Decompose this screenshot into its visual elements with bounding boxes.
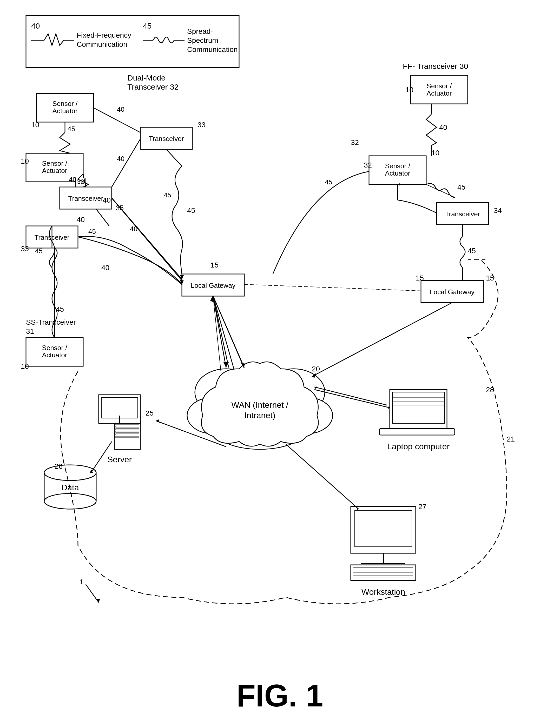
svg-line-94 xyxy=(213,296,234,369)
svg-text:Actuator: Actuator xyxy=(42,351,67,359)
svg-text:SS-Transceiver: SS-Transceiver xyxy=(26,318,76,326)
svg-text:10: 10 xyxy=(31,121,39,129)
svg-text:20: 20 xyxy=(312,365,320,373)
svg-line-163 xyxy=(213,296,229,367)
svg-text:Sensor /: Sensor / xyxy=(427,82,452,90)
svg-text:Communication: Communication xyxy=(77,40,127,48)
svg-line-78 xyxy=(166,149,182,166)
svg-text:10: 10 xyxy=(405,86,413,94)
svg-text:Server: Server xyxy=(107,455,132,464)
svg-text:40: 40 xyxy=(439,123,447,131)
svg-text:32: 32 xyxy=(364,161,372,169)
svg-text:10: 10 xyxy=(21,157,29,165)
svg-point-122 xyxy=(44,465,96,480)
svg-line-177 xyxy=(244,285,421,291)
svg-text:Fixed-Frequency: Fixed-Frequency xyxy=(77,31,131,39)
svg-text:Transceiver: Transceiver xyxy=(445,210,480,218)
svg-text:33: 33 xyxy=(21,245,29,253)
svg-text:Spectrum: Spectrum xyxy=(187,36,218,44)
svg-text:45: 45 xyxy=(35,247,43,255)
svg-text:45: 45 xyxy=(143,22,151,30)
svg-rect-137 xyxy=(355,510,412,547)
svg-rect-129 xyxy=(392,392,444,423)
svg-rect-133 xyxy=(379,428,455,435)
svg-text:Sensor /: Sensor / xyxy=(52,100,78,108)
svg-text:Sensor /: Sensor / xyxy=(385,162,411,170)
svg-text:40: 40 xyxy=(117,105,124,113)
svg-text:Transceiver: Transceiver xyxy=(149,135,184,143)
svg-text:Laptop computer: Laptop computer xyxy=(387,442,450,451)
svg-text:Transceiver 32: Transceiver 32 xyxy=(127,83,179,91)
svg-text:Actuator: Actuator xyxy=(427,89,452,97)
svg-text:Intranet): Intranet) xyxy=(244,410,275,420)
svg-text:FIG. 1: FIG. 1 xyxy=(236,678,323,713)
svg-text:WAN (Internet /: WAN (Internet / xyxy=(231,400,288,409)
svg-text:40: 40 xyxy=(69,176,76,183)
svg-text:45: 45 xyxy=(187,207,195,215)
svg-text:45: 45 xyxy=(325,178,332,186)
svg-text:Communication: Communication xyxy=(187,45,238,54)
svg-text:34: 34 xyxy=(494,207,502,215)
svg-text:40: 40 xyxy=(101,264,109,272)
svg-rect-118 xyxy=(101,397,138,418)
svg-text:Transceiver: Transceiver xyxy=(68,195,103,202)
svg-text:40: 40 xyxy=(31,22,40,30)
svg-text:1: 1 xyxy=(79,578,83,586)
diagram: 40 45 Fixed-Frequency Communication Spre… xyxy=(0,0,560,728)
svg-text:FF- Transceiver 30: FF- Transceiver 30 xyxy=(403,62,468,70)
svg-text:45: 45 xyxy=(164,191,171,199)
svg-text:21: 21 xyxy=(507,435,515,443)
svg-text:Workstation: Workstation xyxy=(361,587,405,597)
svg-text:Local Gateway: Local Gateway xyxy=(430,288,475,296)
svg-text:15: 15 xyxy=(416,274,424,282)
svg-text:Spread-: Spread- xyxy=(187,27,213,35)
svg-point-123 xyxy=(44,493,96,509)
svg-line-151 xyxy=(312,303,452,376)
svg-text:45: 45 xyxy=(457,183,465,191)
svg-text:10: 10 xyxy=(21,362,29,370)
svg-text:15: 15 xyxy=(210,261,219,269)
svg-text:Local Gateway: Local Gateway xyxy=(191,282,235,289)
svg-text:Sensor /: Sensor / xyxy=(42,344,68,352)
svg-text:Actuator: Actuator xyxy=(42,167,67,175)
svg-text:Actuator: Actuator xyxy=(385,169,410,177)
svg-text:32: 32 xyxy=(351,138,359,147)
svg-line-161 xyxy=(314,387,387,405)
svg-text:10: 10 xyxy=(431,149,439,157)
svg-text:Data: Data xyxy=(61,483,79,492)
svg-text:26: 26 xyxy=(55,462,63,470)
svg-text:40: 40 xyxy=(77,216,85,224)
svg-text:31: 31 xyxy=(26,327,34,335)
svg-line-159 xyxy=(286,444,359,509)
svg-text:45: 45 xyxy=(68,125,75,133)
svg-text:40: 40 xyxy=(103,196,111,204)
svg-text:Actuator: Actuator xyxy=(52,107,78,115)
svg-line-72 xyxy=(112,139,140,187)
svg-text:25: 25 xyxy=(146,409,154,417)
svg-text:45: 45 xyxy=(88,228,96,235)
svg-line-173 xyxy=(112,198,182,279)
svg-text:Sensor /: Sensor / xyxy=(42,160,68,167)
svg-line-74 xyxy=(96,209,109,226)
svg-text:45: 45 xyxy=(468,247,476,255)
svg-text:33: 33 xyxy=(197,121,206,129)
svg-line-178 xyxy=(213,296,244,367)
svg-text:27: 27 xyxy=(418,502,426,511)
svg-text:40: 40 xyxy=(117,155,124,163)
svg-text:Dual-Mode: Dual-Mode xyxy=(127,74,166,82)
